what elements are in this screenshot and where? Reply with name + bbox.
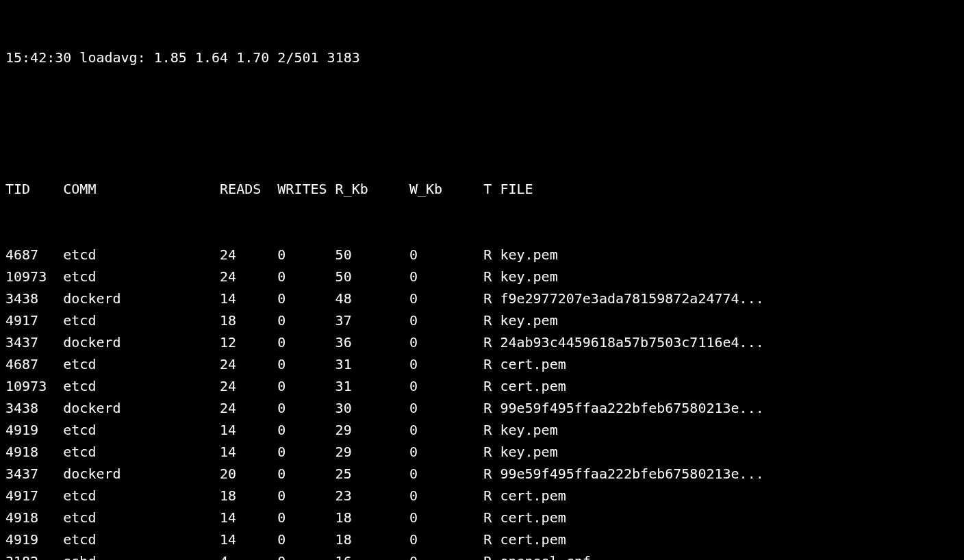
cell-tid: 10973 bbox=[5, 375, 63, 397]
cell-file: key.pem bbox=[500, 244, 557, 266]
table-row: 10973etcd240500Rkey.pem bbox=[5, 266, 959, 288]
cell-tid: 4918 bbox=[5, 441, 63, 463]
cell-wkb: 0 bbox=[409, 244, 483, 266]
cell-comm: etcd bbox=[63, 309, 220, 331]
cell-file: cert.pem bbox=[500, 507, 566, 529]
table-row: 3437dockerd120360R24ab93c4459618a57b7503… bbox=[5, 331, 959, 353]
cell-reads: 24 bbox=[220, 397, 277, 419]
cell-wkb: 0 bbox=[409, 266, 483, 288]
cell-tid: 3437 bbox=[5, 463, 63, 485]
cell-reads: 14 bbox=[220, 507, 277, 529]
cell-file: cert.pem bbox=[500, 529, 566, 550]
cell-rkb: 36 bbox=[335, 331, 409, 353]
cell-t: R bbox=[483, 331, 500, 353]
cell-writes: 0 bbox=[277, 266, 335, 288]
cell-file: 24ab93c4459618a57b7503c7116e4... bbox=[500, 331, 763, 353]
cell-comm: etcd bbox=[63, 529, 220, 550]
cell-comm: etcd bbox=[63, 375, 220, 397]
cell-t: R bbox=[483, 375, 500, 397]
cell-wkb: 0 bbox=[409, 419, 483, 441]
table-row: 3437dockerd200250R99e59f495ffaa222bfeb67… bbox=[5, 463, 959, 485]
cell-wkb: 0 bbox=[409, 463, 483, 485]
cell-comm: etcd bbox=[63, 419, 220, 441]
header-comm: COMM bbox=[63, 178, 220, 200]
cell-tid: 4687 bbox=[5, 353, 63, 375]
cell-wkb: 0 bbox=[409, 485, 483, 507]
cell-t: R bbox=[483, 441, 500, 463]
cell-file: key.pem bbox=[500, 441, 557, 463]
terminal-screen[interactable]: 15:42:30 loadavg: 1.85 1.64 1.70 2/501 3… bbox=[0, 0, 964, 560]
cell-file: openssl.cnf bbox=[500, 550, 590, 560]
table-row: 4917etcd180370Rkey.pem bbox=[5, 309, 959, 331]
cell-tid: 4919 bbox=[5, 419, 63, 441]
cell-rkb: 31 bbox=[335, 375, 409, 397]
cell-t: R bbox=[483, 244, 500, 266]
table-row: 10973etcd240310Rcert.pem bbox=[5, 375, 959, 397]
header-wkb: W_Kb bbox=[409, 178, 483, 200]
header-tid: TID bbox=[5, 178, 63, 200]
cell-t: R bbox=[483, 463, 500, 485]
cell-tid: 4918 bbox=[5, 507, 63, 529]
cell-t: R bbox=[483, 288, 500, 309]
cell-wkb: 0 bbox=[409, 550, 483, 560]
cell-tid: 10973 bbox=[5, 266, 63, 288]
cell-reads: 4 bbox=[220, 550, 277, 560]
cell-rkb: 50 bbox=[335, 266, 409, 288]
cell-file: f9e2977207e3ada78159872a24774... bbox=[500, 288, 763, 309]
cell-reads: 24 bbox=[220, 375, 277, 397]
cell-file: key.pem bbox=[500, 309, 557, 331]
cell-tid: 3438 bbox=[5, 397, 63, 419]
cell-writes: 0 bbox=[277, 441, 335, 463]
cell-wkb: 0 bbox=[409, 309, 483, 331]
cell-reads: 14 bbox=[220, 441, 277, 463]
cell-reads: 18 bbox=[220, 309, 277, 331]
cell-file: key.pem bbox=[500, 419, 557, 441]
cell-wkb: 0 bbox=[409, 441, 483, 463]
cell-comm: etcd bbox=[63, 441, 220, 463]
cell-comm: sshd bbox=[63, 550, 220, 560]
cell-reads: 18 bbox=[220, 485, 277, 507]
cell-reads: 12 bbox=[220, 331, 277, 353]
cell-writes: 0 bbox=[277, 463, 335, 485]
cell-writes: 0 bbox=[277, 353, 335, 375]
cell-tid: 4919 bbox=[5, 529, 63, 550]
cell-file: cert.pem bbox=[500, 375, 566, 397]
cell-rkb: 29 bbox=[335, 419, 409, 441]
cell-t: R bbox=[483, 529, 500, 550]
cell-tid: 4917 bbox=[5, 485, 63, 507]
table-row: 4919etcd140180Rcert.pem bbox=[5, 529, 959, 550]
cell-comm: dockerd bbox=[63, 397, 220, 419]
cell-t: R bbox=[483, 397, 500, 419]
table-row: 3438dockerd240300R99e59f495ffaa222bfeb67… bbox=[5, 397, 959, 419]
table-row: 4917etcd180230Rcert.pem bbox=[5, 485, 959, 507]
cell-writes: 0 bbox=[277, 288, 335, 309]
cell-comm: etcd bbox=[63, 266, 220, 288]
cell-writes: 0 bbox=[277, 507, 335, 529]
cell-rkb: 50 bbox=[335, 244, 409, 266]
cell-rkb: 30 bbox=[335, 397, 409, 419]
blank-line bbox=[5, 112, 959, 134]
cell-comm: dockerd bbox=[63, 331, 220, 353]
cell-rkb: 48 bbox=[335, 288, 409, 309]
cell-comm: etcd bbox=[63, 507, 220, 529]
status-line: 15:42:30 loadavg: 1.85 1.64 1.70 2/501 3… bbox=[5, 47, 959, 68]
cell-t: R bbox=[483, 485, 500, 507]
cell-writes: 0 bbox=[277, 331, 335, 353]
table-row: 4919etcd140290Rkey.pem bbox=[5, 419, 959, 441]
cell-wkb: 0 bbox=[409, 507, 483, 529]
cell-wkb: 0 bbox=[409, 397, 483, 419]
table-body: 4687etcd240500Rkey.pem10973etcd240500Rke… bbox=[5, 244, 959, 560]
cell-t: R bbox=[483, 309, 500, 331]
table-row: 3182sshd40160Ropenssl.cnf bbox=[5, 550, 959, 560]
cell-rkb: 16 bbox=[335, 550, 409, 560]
header-t: T bbox=[483, 178, 500, 200]
cell-comm: dockerd bbox=[63, 463, 220, 485]
cell-rkb: 18 bbox=[335, 507, 409, 529]
table-row: 4687etcd240310Rcert.pem bbox=[5, 353, 959, 375]
cell-t: R bbox=[483, 353, 500, 375]
cell-comm: etcd bbox=[63, 353, 220, 375]
table-row: 4918etcd140290Rkey.pem bbox=[5, 441, 959, 463]
cell-t: R bbox=[483, 550, 500, 560]
cell-file: cert.pem bbox=[500, 353, 566, 375]
cell-file: 99e59f495ffaa222bfeb67580213e... bbox=[500, 463, 763, 485]
